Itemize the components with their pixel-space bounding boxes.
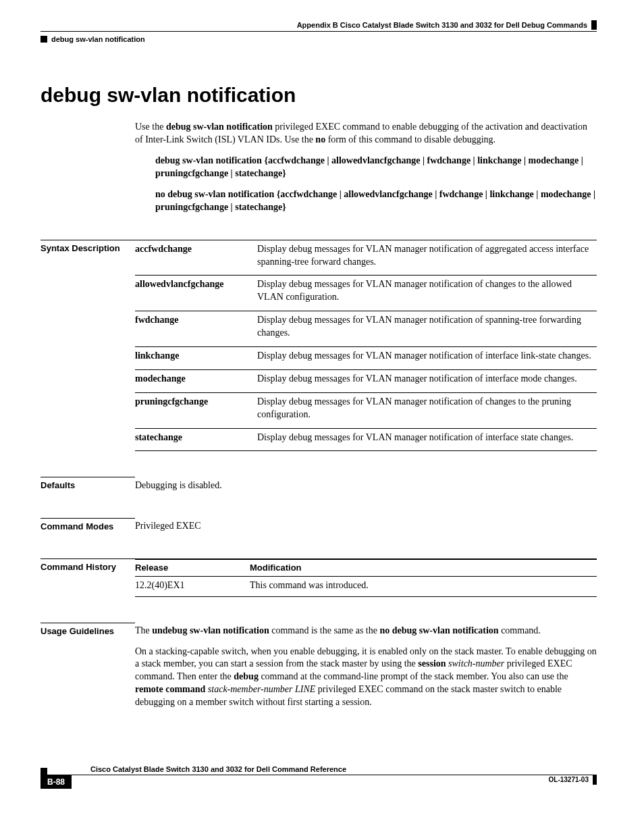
section-label: Usage Guidelines — [41, 623, 135, 717]
topic-name: debug sw-vlan notification — [51, 34, 145, 45]
table-row: pruningcfgchangeDisplay debug messages f… — [135, 392, 597, 428]
page-footer: Cisco Catalyst Blade Switch 3130 and 303… — [41, 764, 597, 789]
command-modes-section: Command Modes Privileged EXEC — [41, 518, 597, 533]
table-row: accfwdchangeDisplay debug messages for V… — [135, 240, 597, 276]
table-row: 12.2(40)EX1 This command was introduced. — [135, 576, 597, 596]
square-bullet-icon — [41, 768, 47, 775]
table-row: linkchangeDisplay debug messages for VLA… — [135, 347, 597, 370]
syntax-form-2: no debug sw-vlan notification {accfwdcha… — [155, 188, 597, 214]
page-title: debug sw-vlan notification — [41, 82, 597, 109]
table-row: fwdchangeDisplay debug messages for VLAN… — [135, 311, 597, 347]
square-bullet-icon — [41, 36, 47, 43]
section-label: Defaults — [41, 477, 135, 492]
running-header: Appendix B Cisco Catalyst Blade Switch 3… — [41, 20, 597, 30]
modes-text: Privileged EXEC — [135, 521, 201, 531]
command-history-section: Command History Release Modification 12.… — [41, 558, 597, 596]
syntax-form-1: debug sw-vlan notification {accfwdchange… — [155, 155, 597, 180]
usage-paragraph-1: The undebug sw-vlan notification command… — [135, 625, 597, 637]
table-row: statechangeDisplay debug messages for VL… — [135, 428, 597, 451]
doc-id: OL-13271-03 — [549, 775, 597, 785]
header-rule — [41, 31, 597, 32]
usage-paragraph-2: On a stacking-capable switch, when you e… — [135, 646, 597, 709]
syntax-description-section: Syntax Description accfwdchangeDisplay d… — [41, 240, 597, 452]
syntax-table: accfwdchangeDisplay debug messages for V… — [135, 240, 597, 452]
topic-header: debug sw-vlan notification — [41, 34, 597, 45]
history-table: Release Modification 12.2(40)EX1 This co… — [135, 558, 597, 596]
table-row: allowedvlancfgchangeDisplay debug messag… — [135, 276, 597, 311]
history-header-release: Release — [135, 559, 250, 576]
defaults-text: Debugging is disabled. — [135, 480, 222, 490]
section-label: Syntax Description — [41, 240, 135, 452]
appendix-title: Appendix B Cisco Catalyst Blade Switch 3… — [297, 20, 597, 30]
defaults-section: Defaults Debugging is disabled. — [41, 477, 597, 492]
page-number-badge: B-88 — [41, 775, 72, 789]
intro-paragraph: Use the debug sw-vlan notification privi… — [135, 121, 597, 147]
section-label: Command Modes — [41, 518, 135, 533]
table-row: modechangeDisplay debug messages for VLA… — [135, 369, 597, 392]
section-label: Command History — [41, 558, 135, 596]
usage-guidelines-section: Usage Guidelines The undebug sw-vlan not… — [41, 623, 597, 717]
history-header-modification: Modification — [250, 559, 597, 576]
manual-title: Cisco Catalyst Blade Switch 3130 and 303… — [90, 764, 346, 775]
